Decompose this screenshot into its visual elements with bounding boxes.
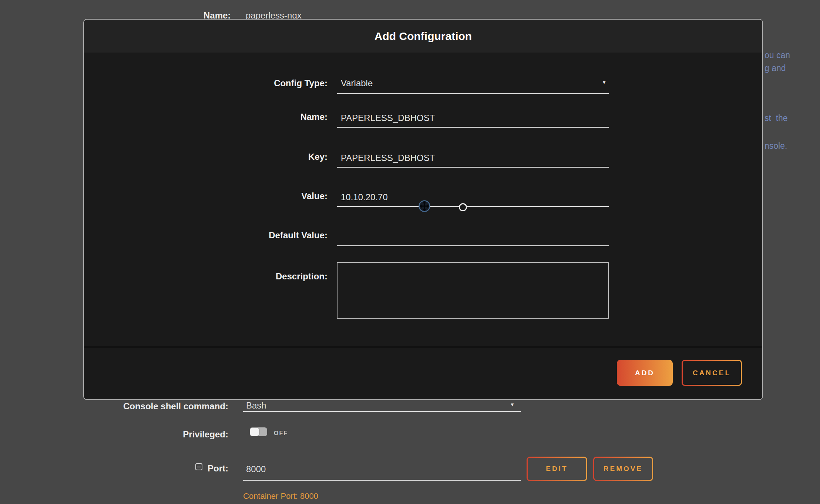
value-label: Value: (301, 191, 327, 201)
container-port-note: Container Port: 8000 (243, 491, 318, 501)
port-value[interactable]: 8000 (246, 464, 266, 474)
privileged-state: OFF (274, 430, 288, 437)
edit-button[interactable]: EDIT (527, 457, 587, 481)
dialog-header: Add Configuration (84, 20, 762, 53)
clipped-help-text: g and (764, 63, 786, 73)
value-input[interactable] (341, 191, 605, 204)
description-label: Description: (276, 271, 327, 282)
config-type-label: Config Type: (274, 78, 327, 88)
dialog-footer-divider (84, 347, 762, 347)
name-input[interactable] (341, 112, 605, 124)
page: { "page": { "top_field": { "label": "Nam… (0, 0, 820, 504)
port-underline (243, 480, 521, 481)
privileged-label: Privileged: (0, 429, 228, 440)
console-shell-command-value[interactable]: Bash (246, 400, 266, 411)
config-type-value: Variable (341, 78, 373, 88)
privileged-toggle[interactable] (250, 427, 267, 436)
toggle-knob-icon (250, 428, 259, 436)
key-field-wrap (337, 152, 609, 168)
click-indicator-ring (459, 203, 467, 211)
clipped-help-text: st the (764, 113, 788, 123)
remove-button[interactable]: REMOVE (593, 457, 653, 481)
port-label: Port: (0, 463, 228, 474)
value-field-wrap (337, 191, 609, 207)
dialog-title: Add Configuration (374, 30, 472, 43)
name-label: Name: (300, 112, 327, 122)
console-shell-command-underline (243, 411, 521, 412)
clipped-help-text: nsole. (764, 141, 787, 151)
default-value-label: Default Value: (269, 230, 327, 241)
cancel-button[interactable]: CANCEL (682, 360, 742, 386)
chevron-down-icon: ▼ (602, 80, 606, 85)
clipped-help-text: ou can (764, 50, 790, 60)
add-button[interactable]: ADD (617, 360, 673, 386)
default-value-field-wrap (337, 230, 609, 246)
move-cursor-icon (418, 200, 431, 212)
default-value-input[interactable] (341, 230, 605, 243)
name-field-wrap (337, 112, 609, 128)
key-input[interactable] (341, 152, 605, 164)
description-textarea[interactable] (337, 262, 609, 319)
key-label: Key: (308, 152, 327, 162)
config-type-select[interactable]: Variable ▼ (337, 78, 609, 94)
console-shell-command-label: Console shell command: (0, 401, 228, 411)
chevron-down-icon[interactable]: ▼ (510, 402, 515, 407)
